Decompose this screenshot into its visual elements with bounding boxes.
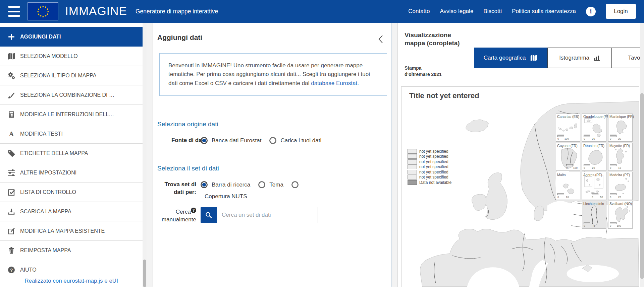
add-data-panel: Aggiungi dati Benvenuti in IMMAGINE! Uno…: [153, 23, 391, 287]
source-radio-group: Banca dati EurostatCarica i tuoi dati: [201, 135, 375, 146]
tab-carta-geografica[interactable]: Carta geografica: [474, 48, 547, 68]
search-icon: [205, 211, 212, 219]
tab-label: Istogramma: [559, 55, 589, 61]
header-nav: Contatto Avviso legale Biscotti Politica…: [408, 0, 636, 23]
sidebar-item-label: SELEZIONA LA COMBINAZIONE DI …: [20, 92, 114, 98]
sidebar-item-label: SCARICA LA MAPPA: [20, 209, 71, 215]
nav-biscotti[interactable]: Biscotti: [483, 8, 502, 15]
sidebar: AGGIUNGI DATI SELEZIONA MODELLO SELEZION…: [0, 23, 147, 287]
legend-item: not yet specified: [408, 169, 451, 174]
sidebar-footer: Realizzato con eurostat-map.js e eUI: [0, 275, 143, 287]
radio-tema[interactable]: [258, 181, 265, 188]
download-icon: [7, 207, 16, 216]
svg-text:★: ★: [42, 15, 44, 18]
radio-copertura-nuts[interactable]: [291, 181, 299, 188]
gears-icon: [7, 71, 16, 80]
search-label-line2: manualmente: [162, 216, 196, 223]
inset-malta: Malta 010: [556, 172, 580, 200]
nav-avviso-legale[interactable]: Avviso legale: [440, 8, 473, 15]
sidebar-scrollbar-thumb[interactable]: [143, 260, 146, 287]
legend-item: not yet specified: [408, 164, 451, 169]
paintbrush-icon: [7, 91, 16, 99]
panel-title: Aggiungi dati: [157, 33, 202, 42]
app-subtitle: Generatore di mappe interattive: [136, 8, 218, 15]
radio-label[interactable]: Carica i tuoi dati: [280, 137, 321, 144]
radio-banca-dati-eurostat[interactable]: [201, 137, 208, 144]
inset-madeira: Madeira (PT) 020: [608, 172, 633, 200]
sidebar-item-label: AIUTO: [20, 267, 37, 273]
radio-barra-di-ricerca[interactable]: [201, 181, 208, 188]
legend-swatch: [408, 175, 417, 180]
svg-text:A: A: [9, 130, 14, 138]
sidebar-item-etichette-mappa[interactable]: ETICHETTE DELLA MAPPA: [0, 144, 147, 163]
sidebar-item-modifica-mappa-esistente[interactable]: MODIFICA LA MAPPA ESISTENTE: [0, 221, 147, 241]
legend-item: not yet specified: [408, 159, 451, 164]
sidebar-item-lista-di-controllo[interactable]: LISTA DI CONTROLLO: [0, 183, 147, 202]
radio-label[interactable]: Banca dati Eurostat: [212, 137, 261, 144]
inset-guadeloupe: Guadeloupe (FR) 020: [582, 114, 606, 142]
nav-privacy[interactable]: Politica sulla riservatezza: [512, 8, 576, 15]
collapse-panel-chevron-icon[interactable]: [378, 35, 384, 44]
sidebar-item-label: AGGIUNGI DATI: [20, 34, 61, 40]
legend-swatch: [408, 149, 417, 154]
plus-icon: [7, 32, 16, 41]
inset-acores: Açores (PT) 050: [582, 172, 606, 200]
svg-text:★: ★: [42, 5, 44, 8]
viz-title: Visualizzazione mappa (coropleta): [405, 31, 460, 48]
app-title: IMMAGINE: [65, 4, 127, 18]
legend-swatch: [408, 159, 417, 164]
legend-item: not yet specified: [408, 175, 451, 180]
sidebar-item-label: LISTA DI CONTROLLO: [20, 189, 76, 195]
radio-carica-tuoi-dati[interactable]: [269, 137, 276, 144]
sidebar-item-combinazione-colori[interactable]: SELEZIONA LA COMBINAZIONE DI …: [0, 85, 147, 105]
welcome-message-box: Benvenuti in IMMAGINE! Uno strumento fac…: [159, 53, 387, 96]
radio-label[interactable]: Copertura NUTS: [205, 193, 247, 200]
sidebar-item-label: MODIFICA LE INTERRUZIONI DELL…: [20, 112, 114, 118]
dataset-search-input[interactable]: [217, 207, 318, 223]
credits-link[interactable]: Realizzato con eurostat-map.js e eUI: [24, 278, 118, 284]
tab-istogramma[interactable]: Istogramma: [547, 48, 612, 68]
login-button[interactable]: Login: [606, 4, 636, 19]
calculator-icon: [7, 110, 16, 119]
search-button[interactable]: [201, 207, 217, 223]
dataset-section-heading: Seleziona il set di dati: [157, 165, 219, 172]
eurostat-database-link[interactable]: database Eurostat.: [311, 80, 359, 86]
find-dataset-label: Trova set di dati per:: [159, 181, 196, 196]
svg-text:★: ★: [44, 14, 47, 17]
page-scrollbar-thumb[interactable]: [640, 93, 644, 279]
help-icon: ?: [7, 266, 16, 274]
sidebar-item-label: REIMPOSTA MAPPA: [20, 247, 71, 254]
legend-item: not yet specified: [408, 154, 451, 159]
map-icon: [7, 52, 16, 61]
help-tooltip-icon[interactable]: ?: [191, 208, 196, 213]
hamburger-menu-icon[interactable]: [8, 6, 20, 17]
svg-text:★: ★: [39, 6, 42, 9]
svg-text:?: ?: [10, 267, 13, 272]
trash-icon: [7, 246, 16, 255]
sidebar-item-label: SELEZIONA IL TIPO DI MAPPA: [20, 73, 96, 79]
sidebar-item-tipo-di-mappa[interactable]: SELEZIONA IL TIPO DI MAPPA: [0, 66, 147, 85]
radio-label[interactable]: Tema: [269, 182, 283, 188]
bar-chart-icon: [593, 55, 600, 61]
sidebar-item-modifica-testi[interactable]: A MODIFICA TESTI: [0, 124, 147, 144]
legend-swatch: [408, 170, 417, 174]
sidebar-item-interruzioni-classi[interactable]: MODIFICA LE INTERRUZIONI DELL…: [0, 105, 147, 124]
sidebar-item-altre-impostazioni[interactable]: ALTRE IMPOSTAZIONI: [0, 163, 147, 183]
map-icon: [530, 54, 538, 62]
map-canvas: Title not yet entered: [401, 86, 639, 287]
checkbox-icon: [7, 188, 16, 197]
tab-label: Carta geografica: [484, 55, 526, 61]
legend-item: not yet specified: [408, 149, 451, 154]
sidebar-item-aggiungi-dati[interactable]: AGGIUNGI DATI: [0, 27, 147, 47]
sidebar-item-reimposta-mappa[interactable]: REIMPOSTA MAPPA: [0, 241, 147, 260]
sidebar-item-scarica-mappa[interactable]: SCARICA LA MAPPA: [0, 202, 147, 221]
eu-flag-logo[interactable]: ★★★ ★★★ ★★★ ★★★: [28, 2, 58, 22]
map-visualization-panel: Visualizzazione mappa (coropleta) Stampa…: [397, 23, 644, 287]
info-icon[interactable]: i: [586, 7, 596, 16]
sidebar-scrollbar-track[interactable]: [143, 23, 147, 287]
tab-tavolo[interactable]: Tavolo: [612, 48, 644, 68]
nav-contatto[interactable]: Contatto: [408, 8, 430, 15]
sidebar-item-seleziona-modello[interactable]: SELEZIONA MODELLO: [0, 47, 147, 66]
sliders-icon: [7, 168, 16, 177]
radio-label[interactable]: Barra di ricerca: [212, 182, 250, 188]
